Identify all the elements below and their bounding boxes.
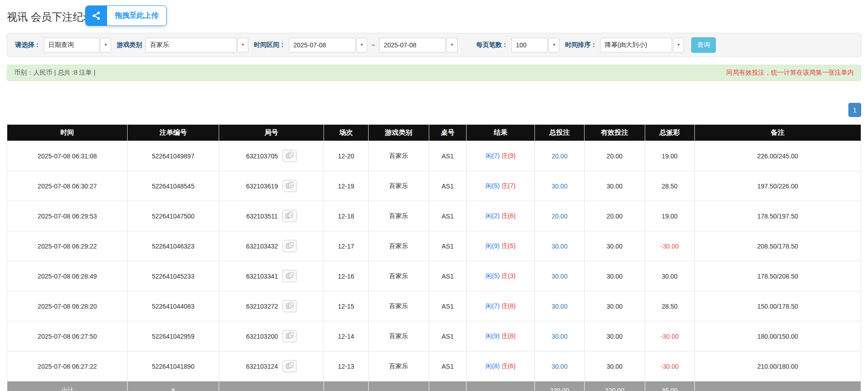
cell-table-no: AS1 xyxy=(429,321,466,351)
total-bet-link[interactable]: 30.00 xyxy=(551,333,567,340)
result-banker: 庄(8) xyxy=(502,332,516,340)
total-bet-link[interactable]: 20.00 xyxy=(551,152,567,160)
result-banker: 庄(6) xyxy=(502,362,516,370)
cell-result: 闲(9) 庄(8) xyxy=(467,321,535,351)
view-round-cards-button[interactable] xyxy=(282,180,297,192)
chevron-down-icon[interactable]: ▼ xyxy=(447,38,457,52)
chevron-down-icon[interactable]: ▼ xyxy=(100,38,111,52)
search-button[interactable]: 查询 xyxy=(691,37,716,53)
page-size-input[interactable] xyxy=(511,38,548,52)
cell-result: 闲(7) 庄(8) xyxy=(467,291,535,321)
result-player: 闲(2) xyxy=(486,212,500,219)
cell-valid-bet: 30.00 xyxy=(584,261,645,291)
cell-result: 闲(9) 庄(5) xyxy=(467,231,535,261)
result-player: 闲(5) xyxy=(486,182,500,189)
total-bet-link[interactable]: 30.00 xyxy=(551,273,567,280)
cell-round-id: 632103341 xyxy=(219,261,324,291)
cell-time: 2025-07-08 06:29:22 xyxy=(7,231,128,261)
date-to-input[interactable] xyxy=(379,38,446,52)
table-body: 2025-07-08 06:31:08522641049897632103705… xyxy=(7,141,861,381)
sort-input[interactable] xyxy=(600,38,672,52)
cell-time: 2025-07-08 06:28:20 xyxy=(7,291,128,321)
pagination-top: 1 xyxy=(7,103,861,117)
cell-time: 2025-07-08 06:30:27 xyxy=(7,171,128,201)
cell-table-no: AS1 xyxy=(429,201,466,231)
summary-count: 8 xyxy=(128,381,219,391)
cards-icon xyxy=(286,242,294,250)
round-number: 632103341 xyxy=(246,273,278,280)
table-head-row: 时间注单编号局号场次游戏类别桌号结果总投注有效投注总派彩备注 xyxy=(7,125,861,141)
summary-valid-bet: 220.00 xyxy=(584,381,645,391)
cards-icon xyxy=(286,152,294,160)
cards-icon xyxy=(286,302,294,310)
view-round-cards-button[interactable] xyxy=(282,360,297,372)
payout-value: 19.00 xyxy=(662,213,678,220)
upload-label: 拖拽至此上传 xyxy=(107,6,166,25)
cell-round-id: 632103619 xyxy=(219,171,324,201)
pagination-page-button[interactable]: 1 xyxy=(848,103,861,117)
cell-session: 12-20 xyxy=(324,141,368,171)
total-bet-link[interactable]: 30.00 xyxy=(551,183,567,190)
upload-icon xyxy=(86,6,107,25)
round-number: 632103511 xyxy=(246,213,277,220)
cell-result: 闲(5) 庄(3) xyxy=(467,261,535,291)
view-round-cards-button[interactable] xyxy=(282,300,297,312)
chevron-down-icon[interactable]: ▼ xyxy=(356,38,367,52)
total-bet-link[interactable]: 20.00 xyxy=(551,213,567,220)
select-type-label: 请选择： xyxy=(15,41,41,49)
date-from-input[interactable] xyxy=(289,38,355,52)
total-bet-link[interactable]: 30.00 xyxy=(551,243,567,250)
view-round-cards-button[interactable] xyxy=(282,150,297,162)
cell-time: 2025-07-08 06:27:50 xyxy=(7,321,128,351)
cell-total-bet: 30.00 xyxy=(535,171,585,201)
result-banker: 庄(7) xyxy=(502,182,516,189)
result-player: 闲(5) xyxy=(486,272,500,279)
column-header-3: 场次 xyxy=(324,125,368,141)
cell-total-bet: 20.00 xyxy=(535,201,585,231)
chevron-down-icon[interactable]: ▼ xyxy=(673,38,684,52)
table-row: 2025-07-08 06:30:27522641048545632103619… xyxy=(7,171,861,201)
total-bet-link[interactable]: 30.00 xyxy=(551,363,567,370)
cell-table-no: AS1 xyxy=(429,171,466,201)
cell-valid-bet: 30.00 xyxy=(584,321,645,351)
cell-total-bet: 20.00 xyxy=(535,141,585,171)
cell-bet-id: 522641045233 xyxy=(128,261,219,291)
currency-summary-text: 币别：人民币 | 总共 :8 注单 | xyxy=(14,69,95,77)
table-row: 2025-07-08 06:29:22522641046323632103432… xyxy=(7,231,861,261)
cell-valid-bet: 20.00 xyxy=(584,141,645,171)
total-bet-link[interactable]: 30.00 xyxy=(551,303,567,310)
cell-game-type: 百家乐 xyxy=(368,171,429,201)
chevron-down-icon[interactable]: ▼ xyxy=(237,38,248,52)
date-range-separator: ~ xyxy=(371,41,375,49)
result-banker: 庄(6) xyxy=(502,212,516,219)
page-title: 视讯 会员下注纪录 xyxy=(7,10,93,24)
cell-valid-bet: 20.00 xyxy=(584,201,645,231)
cell-valid-bet: 30.00 xyxy=(584,351,645,381)
page-container: 视讯 会员下注纪录 拖拽至此上传 请选择： ▼ 游戏类别 ▼ 时间区间： xyxy=(0,0,868,391)
cards-icon xyxy=(286,362,294,371)
cell-round-id: 632103200 xyxy=(219,321,324,351)
game-type-input[interactable] xyxy=(145,38,236,52)
view-round-cards-button[interactable] xyxy=(282,270,297,282)
view-round-cards-button[interactable] xyxy=(282,330,297,342)
view-round-cards-button[interactable] xyxy=(282,210,297,222)
date-range-label: 时间区间： xyxy=(254,41,286,49)
cell-valid-bet: 30.00 xyxy=(584,291,645,321)
query-type-combo: ▼ xyxy=(44,38,111,52)
upload-dropzone[interactable]: 拖拽至此上传 xyxy=(85,5,167,26)
table-row: 2025-07-08 06:27:22522641041890632103124… xyxy=(7,351,861,381)
cards-icon xyxy=(286,182,294,190)
cell-total-bet: 30.00 xyxy=(535,291,585,321)
sort-combo: ▼ xyxy=(600,38,684,52)
view-round-cards-button[interactable] xyxy=(282,240,297,252)
payout-value: -30.00 xyxy=(661,363,679,370)
table-row: 2025-07-08 06:28:20522641044083632103272… xyxy=(7,291,861,321)
query-type-input[interactable] xyxy=(44,38,99,52)
sort-label: 时间排序： xyxy=(565,41,597,49)
game-type-combo: ▼ xyxy=(145,38,248,52)
cell-payout: 30.00 xyxy=(645,261,694,291)
chevron-down-icon[interactable]: ▼ xyxy=(549,38,560,52)
round-number: 632103432 xyxy=(246,243,278,250)
cards-icon xyxy=(286,272,294,280)
page-header: 视讯 会员下注纪录 拖拽至此上传 xyxy=(7,0,861,33)
